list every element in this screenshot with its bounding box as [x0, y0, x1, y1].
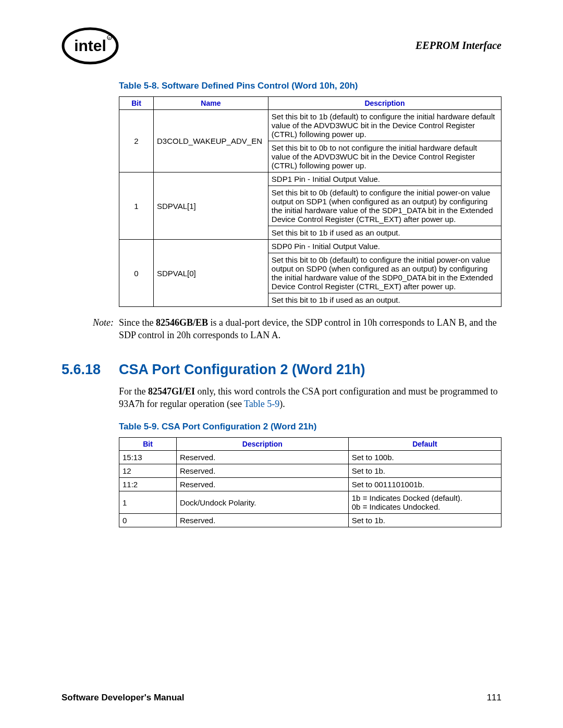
header-title: EEPROM Interface — [415, 40, 501, 52]
table-row: 0 SDPVAL[0] SDP0 Pin - Initial Output Va… — [119, 240, 501, 307]
cell-bit: 2 — [119, 110, 154, 172]
cell-desc: Set this bit to 1b (default) to configur… — [268, 110, 501, 172]
table-5-9-link[interactable]: Table 5-9 — [244, 399, 279, 409]
section-title: CSA Port Configuration 2 (Word 21h) — [119, 362, 365, 378]
page-footer: Software Developer's Manual 111 — [62, 693, 501, 703]
col-bit: Bit — [119, 97, 154, 110]
table-row: 0 Reserved. Set to 1b. — [119, 514, 501, 527]
col-bit: Bit — [119, 438, 177, 451]
svg-text:R: R — [108, 36, 111, 40]
page-header: intel R EEPROM Interface — [62, 26, 501, 65]
table-5-9: Bit Description Default 15:13 Reserved. … — [119, 437, 501, 527]
section-number: 5.6.18 — [62, 362, 119, 378]
table-5-8: Bit Name Description 2 D3COLD_WAKEUP_ADV… — [119, 96, 501, 307]
intel-logo: intel R — [62, 26, 119, 65]
table-row: 1 SDPVAL[1] SDP1 Pin - Initial Output Va… — [119, 172, 501, 240]
table-row: 11:2 Reserved. Set to 0011101001b. — [119, 478, 501, 491]
cell-bit: 0 — [119, 240, 154, 307]
table-5-8-caption: Table 5-8. Software Defined Pins Control… — [119, 81, 501, 91]
table-row: 2 D3COLD_WAKEUP_ADV_EN Set this bit to 1… — [119, 110, 501, 172]
note: Note: Since the 82546GB/EB is a dual-por… — [119, 316, 501, 342]
cell-bit: 1 — [119, 172, 154, 240]
svg-text:intel: intel — [74, 37, 106, 54]
section-heading: 5.6.18 CSA Port Configuration 2 (Word 21… — [62, 362, 501, 378]
page-number: 111 — [487, 693, 501, 703]
table-row: 1 Dock/Undock Polarity. 1b = Indicates D… — [119, 491, 501, 514]
body-paragraph: For the 82547GI/EI only, this word contr… — [119, 385, 501, 411]
cell-desc: SDP0 Pin - Initial Output Value. Set thi… — [268, 240, 501, 307]
note-text: Since the 82546GB/EB is a dual-port devi… — [119, 316, 501, 342]
cell-desc: SDP1 Pin - Initial Output Value. Set thi… — [268, 172, 501, 240]
col-default: Default — [348, 438, 501, 451]
table-row: 15:13 Reserved. Set to 100b. — [119, 451, 501, 464]
cell-name: SDPVAL[1] — [153, 172, 268, 240]
table-row: 12 Reserved. Set to 1b. — [119, 464, 501, 478]
col-description: Description — [268, 97, 501, 110]
table-5-9-caption: Table 5-9. CSA Port Configuration 2 (Wor… — [119, 422, 501, 432]
footer-title: Software Developer's Manual — [62, 693, 185, 703]
cell-name: SDPVAL[0] — [153, 240, 268, 307]
cell-name: D3COLD_WAKEUP_ADV_EN — [153, 110, 268, 172]
col-description: Description — [176, 438, 348, 451]
note-label: Note: — [84, 316, 114, 342]
col-name: Name — [153, 97, 268, 110]
